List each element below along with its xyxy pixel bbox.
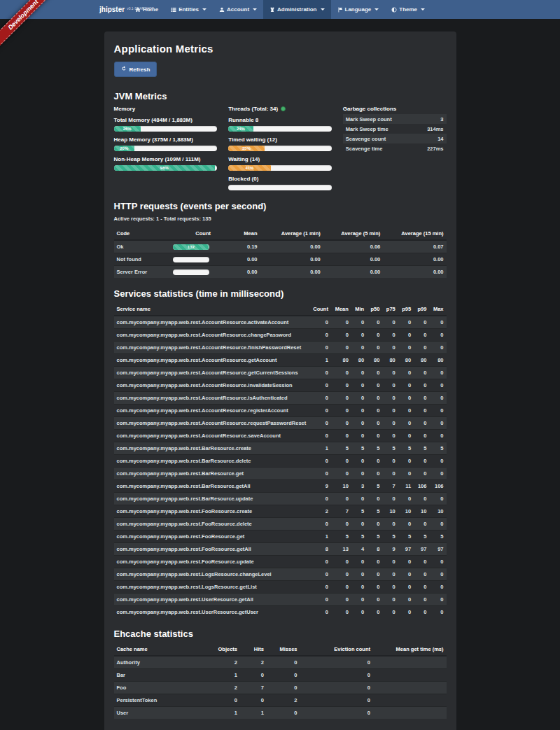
value-cell: 3 [351,480,367,493]
nav-item-label: Theme [399,6,417,13]
value-cell: 0 [331,405,351,417]
value-cell: 0 [309,329,331,342]
jvm-metrics-heading: JVM Metrics [114,91,447,101]
nav-item-account[interactable]: Account [213,0,263,19]
nav-item-theme[interactable]: Theme [385,0,431,19]
value-cell: 0 [429,316,446,329]
nav-item-entities[interactable]: Entities [164,0,213,19]
value-cell: 0 [309,468,331,480]
progress-bar-fill: 132 [173,244,209,250]
value-cell: 0 [382,392,398,405]
value-cell: 0 [309,568,331,581]
http-requests-table: CodeCountMeanAverage (1 min)Average (5 m… [114,227,447,278]
value-cell: 0 [207,694,241,707]
value-cell: 0 [382,581,398,594]
value-cell: 0 [300,656,374,669]
progress-bar-fill: 24% [228,126,253,132]
value-cell: 0 [367,405,382,417]
value-cell: 0 [240,669,267,682]
value-cell: 5 [414,442,429,455]
value-cell: 0 [398,367,414,379]
value-cell: 10 [331,480,351,493]
value-cell: 0 [309,417,331,430]
value-cell: 0 [414,342,429,354]
value-cell: 0 [429,468,446,480]
table-row: com.mycompany.myapp.web.rest.AccountReso… [114,430,447,442]
thread-dump-icon[interactable] [281,106,286,111]
nav-item-label: Entities [178,6,199,13]
value-cell: 0.00 [260,266,323,279]
service-name-cell: com.mycompany.myapp.web.rest.FooResource… [114,505,309,518]
value-cell: 2 [240,656,267,669]
table-row: Not found0.000.000.000.00 [114,253,447,266]
value-cell: 0 [367,581,382,594]
value-cell: 0 [309,430,331,442]
value-cell: 2 [267,694,300,707]
refresh-button-label: Refresh [130,66,150,73]
value-cell: 0 [367,518,382,531]
memory-metric-label: Total Memory (484M / 1,883M) [114,117,218,123]
memory-metric-label: Heap Memory (375M / 1,883M) [114,136,218,143]
value-cell: 0 [309,455,331,468]
value-cell: 5 [367,442,382,455]
progress-bar-fill: 41% [228,165,271,171]
value-cell: 0 [351,430,367,442]
value-cell: 0 [414,329,429,342]
value-cell: 0 [398,568,414,581]
value-cell: 0 [429,594,446,606]
service-name-cell: com.mycompany.myapp.web.rest.LogsResourc… [114,581,309,594]
memory-bars: Total Memory (484M / 1,883M)26%Heap Memo… [114,117,218,171]
value-cell: 0 [351,493,367,505]
value-cell: 0 [382,594,398,606]
value-cell [373,669,447,682]
count-cell: 132 [170,240,214,253]
brand-link[interactable]: jhipster v0.1-SNAPSHOT [99,0,154,19]
value-cell: 5 [331,442,351,455]
table-row: com.mycompany.myapp.web.rest.AccountReso… [114,379,447,392]
thread-metric-label: Runnable 8 [228,117,332,123]
value-cell: 0 [382,518,398,531]
value-cell: 0 [382,405,398,417]
value-cell: 0 [367,392,382,405]
value-cell: 0 [414,581,429,594]
thread-metric-label: Blocked (0) [228,176,332,182]
table-row: com.mycompany.myapp.web.rest.AccountReso… [114,342,447,354]
value-cell: 1 [207,669,241,682]
value-cell: 0 [398,556,414,568]
gc-metric-value: 3 [416,114,447,124]
value-cell: 80 [331,354,351,367]
ehcache-statistics-table: Cache nameObjectsHitsMissesEviction coun… [114,643,447,719]
value-cell: 0 [367,606,382,619]
value-cell: 80 [398,354,414,367]
value-cell: 0 [351,417,367,430]
value-cell: 5 [351,442,367,455]
column-header: Min [351,303,367,316]
value-cell: 0 [367,556,382,568]
brand-name: jhipster [99,6,125,13]
service-name-cell: com.mycompany.myapp.web.rest.UserResourc… [114,606,309,619]
nav-item-language[interactable]: Language [331,0,386,19]
service-name-cell: com.mycompany.myapp.web.rest.AccountReso… [114,379,309,392]
cache-name-cell: User [114,707,207,720]
value-cell: 0 [367,568,382,581]
flag-icon [337,7,343,13]
refresh-button[interactable]: Refresh [114,62,158,77]
value-cell: 0 [414,316,429,329]
value-cell: 0 [398,606,414,619]
service-name-cell: com.mycompany.myapp.web.rest.LogsResourc… [114,568,309,581]
value-cell: 5 [429,442,446,455]
navbar-menu: HomeEntitiesAccountAdministrationLanguag… [129,0,431,19]
column-header: Count [170,227,214,240]
table-row: com.mycompany.myapp.web.rest.FooResource… [114,518,447,531]
value-cell: 13 [331,543,351,556]
value-cell: 0 [429,606,446,619]
value-cell: 0 [367,342,382,354]
service-name-cell: com.mycompany.myapp.web.rest.FooResource… [114,543,309,556]
column-header: Mean get time (ms) [373,643,447,656]
value-cell [373,682,447,694]
column-header: Average (5 min) [323,227,384,240]
nav-item-administration[interactable]: Administration [263,0,330,19]
table-row: com.mycompany.myapp.web.rest.FooResource… [114,543,447,556]
progress-bar: 20% [114,146,218,151]
gc-metric-name: Scavenge time [343,143,416,153]
